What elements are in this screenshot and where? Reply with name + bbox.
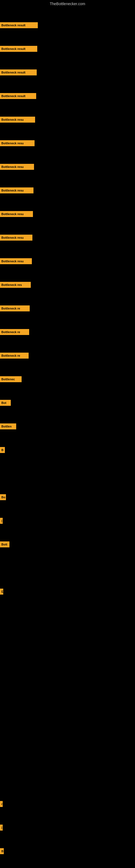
bar-label: Bottleneck re — [0, 305, 30, 311]
bar-row: Bottleneck re — [0, 350, 135, 362]
bar-label: Bott — [0, 541, 9, 547]
bar-row: Bottleneck result — [0, 19, 135, 31]
bar-label: Bottleneck resu — [0, 187, 34, 193]
bar-row: Bottleneck re — [0, 326, 135, 338]
bar-label: Bo — [0, 494, 6, 500]
bar-label: Bottleneck result — [0, 69, 37, 75]
bar-row: B — [0, 444, 135, 456]
bar-label: Bottleneck result — [0, 93, 36, 99]
bar-row: r — [0, 798, 135, 810]
bar-row: Bottleneck result — [0, 43, 135, 55]
site-title: TheBottlenecker.com — [0, 0, 135, 7]
bar-row: B — [0, 845, 135, 857]
bar-label: | — [0, 825, 3, 831]
bar-row: Bottleneck resu — [0, 184, 135, 196]
bar-label: Bottleneck resu — [0, 258, 32, 264]
bar-row: Bo — [0, 491, 135, 503]
bar-label: Bottleneck result — [0, 22, 38, 28]
bar-row: Bottleneck resu — [0, 255, 135, 267]
bar-label: Bottleneck re — [0, 329, 29, 335]
bar-row: Bottleneck resu — [0, 231, 135, 244]
bar-row: | — [0, 822, 135, 834]
bar-label: B — [0, 848, 4, 854]
bar-label: E — [0, 589, 3, 595]
bar-label: Bottlenec — [0, 376, 21, 382]
bar-label: | — [0, 518, 3, 524]
bar-row: Bottleneck re — [0, 303, 135, 314]
bar-row: Bottleneck resu — [0, 208, 135, 220]
bar-label: Bottleneck resu — [0, 211, 33, 217]
bar-label: Bottleneck resu — [0, 235, 32, 241]
bar-label: Bot — [0, 400, 11, 406]
bar-row: Bottleneck result — [0, 90, 135, 102]
bar-label: Bottleneck re — [0, 352, 29, 359]
bar-row: Bottlenec — [0, 373, 135, 385]
bar-label: Bottleneck res — [0, 282, 31, 288]
bar-row: Bottleneck res — [0, 279, 135, 291]
bar-row: Bottleneck resu — [0, 114, 135, 126]
bar-row: E — [0, 586, 135, 597]
bar-label: r — [0, 801, 3, 807]
bar-row: Bottleneck result — [0, 66, 135, 79]
bar-row: Bott — [0, 538, 135, 550]
bar-row: Bottlen — [0, 421, 135, 432]
bar-label: Bottleneck resu — [0, 164, 34, 170]
bar-label: Bottleneck resu — [0, 140, 35, 146]
bar-row: Bottleneck resu — [0, 161, 135, 173]
bar-row: | — [0, 515, 135, 527]
chart-area: Bottleneck resultBottleneck resultBottle… — [0, 7, 135, 868]
bar-label: Bottleneck result — [0, 46, 37, 52]
bar-label: Bottleneck resu — [0, 117, 35, 123]
bar-label: B — [0, 447, 5, 453]
bar-label: Bottlen — [0, 424, 16, 429]
bar-row: Bot — [0, 397, 135, 409]
bar-row: Bottleneck resu — [0, 137, 135, 149]
